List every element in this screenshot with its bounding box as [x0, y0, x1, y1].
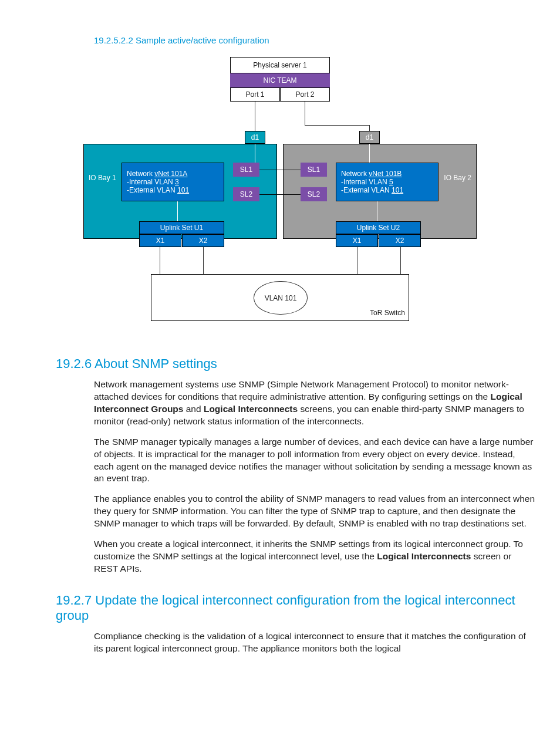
heading-update: 19.2.7 Update the logical interconnect c… [56, 593, 537, 623]
port1-box: Port 1 [230, 87, 280, 102]
tor-label: ToR Switch [370, 309, 405, 317]
snmp-p2: The SNMP manager typically manages a lar… [94, 436, 537, 485]
x1-r-box: X1 [336, 234, 378, 247]
port2-box: Port 2 [280, 87, 330, 102]
uplink-u2-box: Uplink Set U2 [336, 221, 421, 234]
physical-server-box: Physical server 1 [230, 57, 330, 73]
snmp-p1-a: Network management systems use SNMP (Sim… [94, 379, 509, 401]
vnet-a-int: -Internal VLAN 3 [127, 178, 179, 186]
vnet-b-int: -Internal VLAN 5 [341, 178, 393, 186]
x2-r-box: X2 [379, 234, 421, 247]
nic-team-box: NIC TEAM [230, 73, 330, 87]
sl2-l-box: SL2 [233, 187, 259, 201]
vnet-b-name: Network vNet 101B [341, 170, 402, 178]
snmp-p3: The appliance enables you to control the… [94, 493, 537, 530]
sl2-r-box: SL2 [301, 187, 327, 201]
vnet-b-box: Network vNet 101B -Internal VLAN 5 -Exte… [336, 163, 438, 201]
vnet-a-box: Network vNet 101A -Internal VLAN 3 -Exte… [122, 163, 224, 201]
io-bay-2-label: IO Bay 2 [444, 174, 471, 182]
update-p1: Compliance checking is the validation of… [94, 630, 537, 655]
heading-snmp: 19.2.6 About SNMP settings [56, 356, 537, 372]
subsection-title: 19.2.5.2.2 Sample active/active configur… [94, 35, 537, 45]
sl1-l-box: SL1 [233, 163, 259, 177]
snmp-p1-mid: and [183, 404, 203, 414]
network-diagram: Physical server 1 NIC TEAM Port 1 Port 2… [83, 57, 477, 339]
d1-left-box: d1 [245, 131, 265, 144]
vnet-b-ext: -External VLAN 101 [341, 186, 403, 194]
io-bay-1-strip [83, 144, 277, 152]
io-bay-2-strip [283, 144, 477, 152]
uplink-u1-box: Uplink Set U1 [139, 221, 224, 234]
snmp-p1-bold2: Logical Interconnects [204, 404, 298, 414]
x1-l-box: X1 [139, 234, 181, 247]
vlan-cloud: VLAN 101 [254, 281, 308, 315]
d1-right-box: d1 [359, 131, 380, 144]
snmp-p4-bold: Logical Interconnects [377, 551, 471, 561]
io-bay-1-label: IO Bay 1 [89, 174, 116, 182]
snmp-p4: When you create a logical interconnect, … [94, 538, 537, 575]
snmp-p1: Network management systems use SNMP (Sim… [94, 379, 537, 428]
vnet-a-name: Network vNet 101A [127, 170, 187, 178]
x2-l-box: X2 [182, 234, 224, 247]
vnet-a-ext: -External VLAN 101 [127, 186, 189, 194]
sl1-r-box: SL1 [301, 163, 327, 177]
